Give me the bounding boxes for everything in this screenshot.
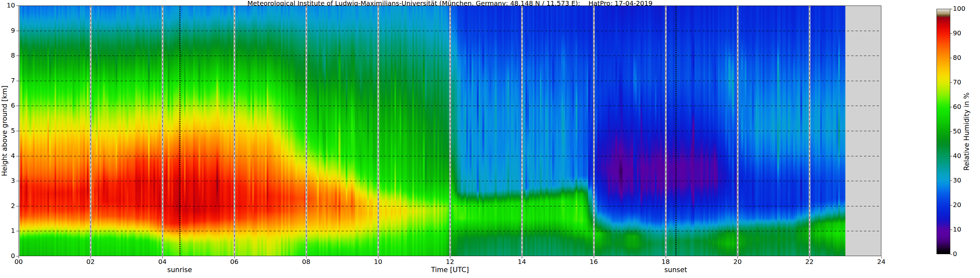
colorbar-tick-label: 30	[953, 176, 971, 184]
x-tick-label: 14	[512, 258, 532, 265]
x-tick-mark	[738, 256, 738, 258]
y-tick-mark	[16, 206, 19, 206]
x-tick-label: 18	[656, 258, 675, 265]
y-tick-label: 5	[1, 126, 15, 134]
x-tick-mark	[234, 256, 235, 258]
x-tick-label: 16	[584, 258, 603, 265]
x-tick-label: 10	[368, 258, 388, 265]
colorbar-tick-label: 100	[953, 5, 971, 13]
x-tick-label: 04	[153, 258, 172, 265]
x-tick-mark	[306, 256, 307, 258]
x-tick-label: 20	[728, 258, 747, 265]
x-tick-mark	[594, 256, 594, 258]
y-tick-label: 8	[1, 51, 15, 59]
sunset-annotation: sunset	[656, 266, 695, 274]
y-tick-mark	[16, 231, 19, 231]
colorbar-tick-mark	[950, 230, 952, 230]
colorbar-tick-label: 90	[953, 29, 971, 37]
y-tick-mark	[16, 31, 19, 31]
x-tick-mark	[666, 256, 666, 258]
y-tick-mark	[16, 156, 19, 157]
colorbar-tick-mark	[950, 205, 952, 205]
y-tick-mark	[16, 181, 19, 181]
colorbar-tick-label: 10	[953, 225, 971, 233]
x-tick-mark	[162, 256, 163, 258]
y-tick-label: 7	[1, 77, 15, 85]
y-tick-label: 3	[1, 177, 15, 184]
x-tick-mark	[522, 256, 522, 258]
x-tick-mark	[378, 256, 379, 258]
colorbar-tick-mark	[950, 156, 952, 157]
x-tick-label: 02	[81, 258, 100, 265]
colorbar-tick-mark	[950, 181, 952, 181]
x-axis-label: Time [UTC]	[417, 266, 483, 274]
y-tick-label: 0	[1, 252, 15, 260]
colorbar-tick-label: 70	[953, 78, 971, 86]
y-tick-mark	[16, 81, 19, 81]
x-tick-mark	[91, 256, 91, 258]
y-tick-mark	[16, 105, 19, 106]
colorbar-tick-mark	[950, 254, 952, 254]
y-tick-label: 4	[1, 152, 15, 160]
x-tick-label: 22	[800, 258, 819, 265]
x-tick-mark	[450, 256, 450, 258]
y-tick-label: 9	[1, 27, 15, 34]
colorbar-tick-mark	[950, 82, 952, 83]
y-tick-mark	[16, 256, 19, 256]
y-tick-label: 10	[1, 1, 15, 9]
colorbar-tick-label: 80	[953, 54, 971, 61]
colorbar-canvas	[937, 9, 950, 254]
x-tick-label: 12	[440, 258, 460, 265]
humidity-heatmap-canvas	[19, 6, 881, 256]
y-tick-label: 1	[1, 227, 15, 235]
figure: Meteorological Institute of Ludwig-Maxim…	[0, 0, 980, 278]
colorbar-tick-mark	[950, 9, 952, 9]
colorbar-tick-mark	[950, 107, 952, 107]
colorbar-label: Relative Humidity in %	[963, 92, 970, 170]
sunrise-annotation: sunrise	[160, 266, 199, 274]
x-tick-label: 24	[872, 258, 891, 265]
colorbar-tick-label: 0	[953, 250, 971, 258]
colorbar-tick-mark	[950, 131, 952, 132]
x-tick-mark	[19, 256, 19, 258]
x-tick-label: 08	[296, 258, 316, 265]
y-tick-label: 2	[1, 202, 15, 210]
y-tick-label: 6	[1, 101, 15, 109]
colorbar-tick-mark	[950, 58, 952, 58]
x-tick-label: 06	[224, 258, 244, 265]
colorbar-tick-label: 20	[953, 201, 971, 209]
y-tick-mark	[16, 56, 19, 56]
